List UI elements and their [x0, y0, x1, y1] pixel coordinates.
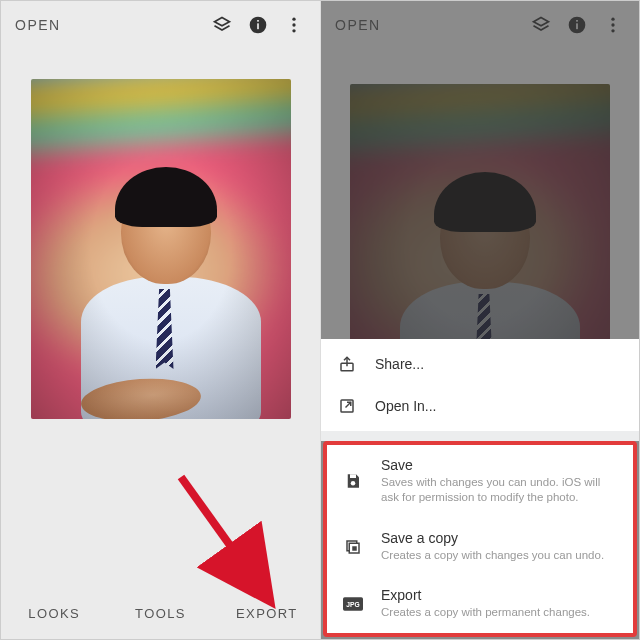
svg-rect-15 — [350, 475, 356, 479]
export-sub: Creates a copy with permanent changes. — [381, 605, 615, 621]
svg-point-3 — [292, 18, 295, 21]
layers-icon[interactable] — [204, 7, 240, 43]
svg-rect-2 — [257, 20, 259, 22]
save-copy-label: Save a copy — [381, 530, 615, 546]
share-label: Share... — [375, 356, 621, 372]
svg-text:JPG: JPG — [346, 601, 359, 608]
svg-point-5 — [292, 29, 295, 32]
open-button[interactable]: OPEN — [15, 17, 61, 33]
tab-tools[interactable]: TOOLS — [107, 606, 213, 621]
share-icon — [335, 355, 359, 373]
more-icon[interactable] — [276, 7, 312, 43]
export-label: Export — [381, 587, 615, 603]
sheet-item-open-in[interactable]: Open In... — [321, 385, 639, 427]
sheet-item-export[interactable]: JPG Export Creates a copy with permanent… — [327, 575, 633, 633]
save-label: Save — [381, 457, 615, 473]
save-copy-icon — [341, 538, 365, 556]
svg-rect-1 — [257, 23, 259, 29]
sheet-item-share[interactable]: Share... — [321, 343, 639, 385]
sheet-item-save[interactable]: Save Saves with changes you can undo. iO… — [327, 445, 633, 518]
highlighted-group: Save Saves with changes you can undo. iO… — [323, 441, 637, 637]
open-in-icon — [335, 397, 359, 415]
sheet-item-save-copy[interactable]: Save a copy Creates a copy with changes … — [327, 518, 633, 576]
save-sub: Saves with changes you can undo. iOS wil… — [381, 475, 615, 506]
tab-looks[interactable]: LOOKS — [1, 606, 107, 621]
export-sheet: Share... Open In... — [321, 339, 639, 639]
canvas[interactable] — [1, 49, 320, 587]
photo-preview — [31, 79, 291, 419]
open-in-label: Open In... — [375, 398, 621, 414]
tab-export[interactable]: EXPORT — [214, 606, 320, 621]
topbar: OPEN — [1, 1, 320, 49]
info-icon[interactable] — [240, 7, 276, 43]
bottom-tabs: LOOKS TOOLS EXPORT — [1, 587, 320, 639]
jpg-icon: JPG — [341, 597, 365, 611]
screen-editor: OPEN — [1, 1, 320, 639]
svg-point-4 — [292, 23, 295, 26]
save-icon — [341, 472, 365, 490]
save-copy-sub: Creates a copy with changes you can undo… — [381, 548, 615, 564]
screen-export-sheet: OPEN — [320, 1, 639, 639]
svg-point-16 — [351, 481, 356, 486]
